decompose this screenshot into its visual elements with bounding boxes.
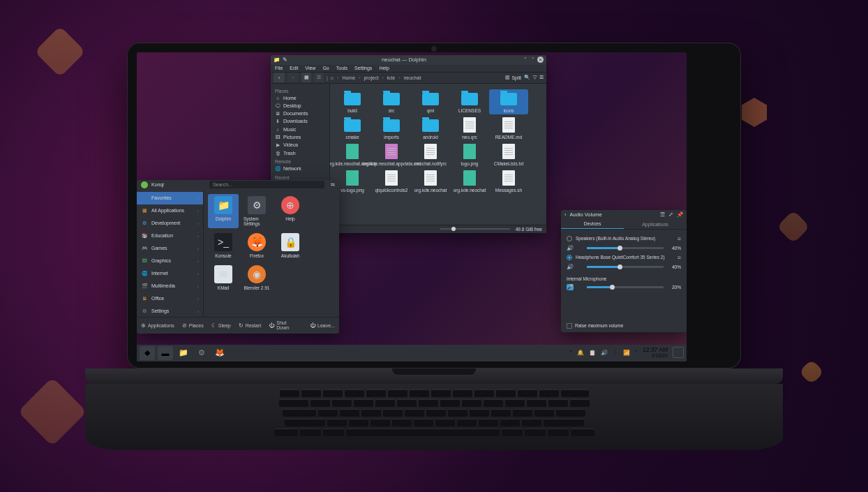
forward-button[interactable]: › (287, 73, 299, 82)
place-videos[interactable]: ▶Videos (271, 141, 329, 149)
file-item[interactable]: qml (411, 89, 450, 114)
config-icon[interactable]: ⇆ (331, 182, 335, 188)
menu-tools[interactable]: Tools (336, 66, 347, 70)
app-firefox[interactable]: 🦊Firefox (241, 231, 272, 260)
notification-icon[interactable]: 🔔 (577, 350, 584, 356)
place-pictures[interactable]: 🖼Pictures (271, 133, 329, 141)
cat-all-applications[interactable]: ▦All Applications› (137, 204, 203, 217)
up-icon[interactable]: ˄ (569, 350, 572, 356)
pin-icon[interactable]: 📌 (677, 211, 683, 218)
file-item[interactable]: icons (489, 89, 528, 114)
expand-icon[interactable]: ⤢ (668, 211, 673, 218)
leave-button[interactable]: ⏻Leave... (310, 322, 335, 329)
cat-internet[interactable]: 🌐Internet› (137, 267, 203, 280)
cat-graphics[interactable]: 🖼Graphics› (137, 255, 203, 267)
file-item[interactable]: logo.png (450, 142, 489, 167)
view-list-button[interactable]: ☰ (314, 73, 324, 82)
view-icons-button[interactable]: ▦ (301, 73, 311, 82)
clock[interactable]: 12:37 AM 2/10/21 (643, 347, 668, 358)
options-icon[interactable]: ≡ (678, 235, 681, 242)
file-item[interactable]: qtquickcontrols2 (372, 169, 411, 194)
menu-view[interactable]: View (305, 66, 315, 70)
app-blender-2-91[interactable]: ◉Blender 2.91 (241, 263, 272, 292)
task-dolphin[interactable]: ▬ (158, 346, 173, 360)
cat-office[interactable]: 🗎Office› (137, 292, 203, 305)
place-trash[interactable]: 🗑Trash (271, 149, 329, 157)
zoom-slider[interactable] (440, 228, 510, 230)
task-settings[interactable]: ⚙ (194, 346, 209, 360)
file-item[interactable]: neo.qrc (450, 116, 489, 141)
volume-icon[interactable]: 🔊 (601, 350, 608, 356)
file-item[interactable]: org.kde.neochat (411, 169, 450, 194)
place-music[interactable]: ♪Music (271, 126, 329, 133)
app-help[interactable]: ⊕Help (275, 194, 306, 228)
place-downloads[interactable]: ⬇Downloads (271, 117, 329, 126)
volume-slider[interactable] (587, 266, 664, 268)
cat-settings[interactable]: ⚙Settings› (137, 305, 203, 317)
menu-settings[interactable]: Settings (354, 66, 372, 70)
search-input[interactable]: Search... (209, 181, 324, 188)
split-button[interactable]: ▥ Split (505, 75, 521, 80)
chevron-down-icon[interactable]: ˅ (635, 350, 638, 356)
file-item[interactable]: CMakeLists.txt (489, 142, 528, 167)
file-item[interactable]: cmake (333, 116, 372, 141)
file-item[interactable]: Messages.sh (489, 169, 528, 194)
raise-checkbox[interactable] (567, 323, 572, 329)
place-network[interactable]: 🌐Network (271, 165, 329, 173)
menu-edit[interactable]: Edit (290, 66, 298, 70)
file-item[interactable]: org.kde.neochat.appdata.xml (372, 142, 411, 167)
menu-file[interactable]: File (275, 66, 283, 70)
task-files[interactable]: 📁 (176, 346, 191, 360)
minimize-icon[interactable]: ˅ (522, 57, 528, 63)
file-item[interactable]: src (372, 89, 411, 114)
app-akullulah[interactable]: 🔒Akullulah (275, 231, 306, 260)
mic-slider[interactable] (587, 286, 664, 288)
shutdown-button[interactable]: ⏻Shut Down (269, 320, 294, 330)
back-icon[interactable]: ‹ (564, 211, 567, 218)
app-launcher-icon[interactable]: ◆ (140, 346, 155, 360)
places-button[interactable]: ⊘Places (182, 322, 204, 329)
back-button[interactable]: ‹ (274, 73, 285, 82)
user-avatar[interactable] (141, 181, 148, 188)
device-radio[interactable] (567, 236, 572, 241)
app-kmail[interactable]: ✉KMail (208, 263, 239, 292)
show-desktop[interactable] (673, 347, 684, 358)
applications-button[interactable]: ⊕Applications (141, 322, 174, 329)
menu-help[interactable]: Help (379, 66, 389, 70)
place-documents[interactable]: 🗎Documents (271, 110, 329, 117)
tab-devices[interactable]: Devices (561, 220, 624, 229)
hamburger-icon[interactable]: ☰ (660, 211, 665, 218)
clipboard-icon[interactable]: 📋 (589, 350, 596, 356)
file-item[interactable]: build (333, 89, 372, 114)
file-item[interactable]: README.md (489, 116, 528, 141)
wifi-icon[interactable]: 📶 (623, 350, 630, 356)
maximize-icon[interactable]: ˄ (530, 57, 536, 63)
tab-applications[interactable]: Applications (624, 220, 687, 229)
options-icon[interactable]: ≡ (678, 254, 681, 261)
file-item[interactable]: LICENSES (450, 89, 489, 114)
mute-icon[interactable]: 🔊 (567, 264, 574, 270)
cat-games[interactable]: 🎮Games› (137, 242, 203, 255)
breadcrumb[interactable]: ⌂›Home›project›kde›neochat (331, 75, 421, 80)
device-radio[interactable] (567, 255, 572, 260)
volume-slider[interactable] (587, 247, 664, 249)
menu-go[interactable]: Go (322, 66, 329, 70)
file-item[interactable]: neochat.notifyrc (411, 142, 450, 167)
hamburger-icon[interactable]: ☰ (539, 75, 544, 80)
app-konsole[interactable]: >_Konsole (208, 231, 239, 260)
file-item[interactable]: android (411, 116, 450, 141)
filter-icon[interactable]: ▽ (533, 75, 537, 80)
cat-favorites[interactable]: ★Favorites› (137, 192, 203, 204)
network-icon[interactable]: ⋮ (613, 350, 618, 356)
sleep-button[interactable]: ☾Sleep (211, 322, 231, 329)
file-item[interactable]: org.kde.neochat (450, 169, 489, 194)
place-home[interactable]: ⌂Home (271, 94, 329, 102)
mic-mute-icon[interactable]: 🎤 (567, 284, 574, 290)
cat-development[interactable]: ⚙Development› (137, 217, 203, 230)
file-item[interactable]: imports (372, 116, 411, 141)
app-system-settings[interactable]: ⚙System Settings (241, 194, 272, 228)
app-dolphin[interactable]: 📁Dolphin (208, 194, 239, 228)
search-icon[interactable]: 🔍 (524, 75, 530, 80)
restart-button[interactable]: ↻Restart (239, 322, 262, 329)
close-icon[interactable]: × (537, 57, 544, 63)
